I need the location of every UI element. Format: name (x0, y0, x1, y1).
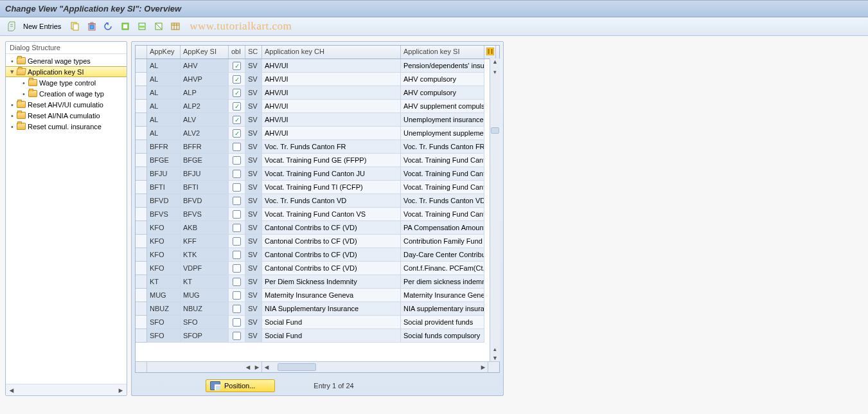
row-selector[interactable] (136, 167, 147, 181)
cell-si[interactable]: AHV compulsory (401, 73, 484, 86)
tree-item[interactable]: •Wage type control (6, 77, 127, 88)
cell-obl[interactable] (229, 221, 245, 235)
cell-si[interactable]: Vocat. Training Fund Cant (401, 208, 484, 221)
row-selector[interactable] (136, 208, 147, 221)
tree-hscroll-left-icon[interactable]: ◄ (7, 386, 16, 395)
table-settings-icon[interactable] (169, 20, 182, 33)
hscroll2-right-icon[interactable]: ► (479, 363, 488, 372)
cell-ch[interactable]: Cantonal Contribs to CF (VD) (262, 248, 401, 262)
tree-item[interactable]: •Creation of wage typ (6, 88, 127, 99)
cell-obl[interactable] (229, 235, 245, 248)
col-obl[interactable]: obl (229, 46, 245, 59)
cell-obl[interactable] (229, 289, 245, 302)
row-selector[interactable] (136, 248, 147, 262)
vscroll-step-up2-icon[interactable]: ▴ (490, 346, 500, 352)
delete-icon[interactable] (85, 20, 98, 33)
hscroll1-left-icon[interactable]: ◄ (244, 363, 252, 372)
row-selector[interactable] (136, 127, 147, 140)
cell-ch[interactable]: Vocat. Training Fund Canton VS (262, 208, 401, 221)
row-selector[interactable] (136, 262, 147, 275)
tree-item[interactable]: •General wage types (6, 55, 127, 66)
checkbox[interactable] (233, 183, 241, 192)
cell-ch[interactable]: AHV/UI (262, 127, 401, 140)
checkbox[interactable] (233, 210, 241, 219)
cell-ch[interactable]: AHV/UI (262, 100, 401, 113)
checkbox[interactable]: ✓ (233, 75, 241, 84)
tree-item[interactable]: •Reset AI/NIA cumulatio (6, 110, 127, 121)
cell-ch[interactable]: Per Diem Sickness Indemnity (262, 275, 401, 289)
row-selector[interactable] (136, 73, 147, 86)
row-selector[interactable] (136, 302, 147, 316)
cell-ch[interactable]: Social Fund (262, 316, 401, 329)
table-vscrollbar[interactable]: ▲ ▾ ▴ ▼ (490, 59, 500, 361)
cell-obl[interactable] (229, 154, 245, 167)
checkbox[interactable] (233, 156, 241, 165)
cell-si[interactable]: Voc. Tr. Funds Canton FR (401, 140, 484, 154)
tree-item[interactable]: ▾Application key SI (6, 66, 127, 77)
table-hscrollbar[interactable]: ◄ ► ◄ ► (135, 361, 500, 373)
cell-obl[interactable] (229, 316, 245, 329)
checkbox[interactable]: ✓ (233, 102, 241, 111)
row-selector[interactable] (136, 235, 147, 248)
copy-as-icon[interactable] (69, 20, 82, 33)
cell-obl[interactable] (229, 329, 245, 343)
expand-collapse-icon[interactable]: ▾ (8, 68, 16, 76)
undo-change-icon[interactable] (102, 20, 115, 33)
checkbox[interactable] (233, 251, 241, 259)
row-selector[interactable] (136, 329, 147, 343)
cell-obl[interactable]: ✓ (229, 113, 245, 127)
row-selector[interactable] (136, 59, 147, 73)
cell-obl[interactable]: ✓ (229, 86, 245, 100)
checkbox[interactable]: ✓ (233, 129, 241, 138)
row-selector[interactable] (136, 181, 147, 194)
row-selector[interactable] (136, 275, 147, 289)
tree-hscrollbar[interactable]: ◄ ► (6, 384, 127, 395)
cell-ch[interactable]: Cantonal Contribs to CF (VD) (262, 221, 401, 235)
checkbox[interactable] (233, 224, 241, 232)
cell-si[interactable]: PA Compensation Amount (401, 221, 484, 235)
new-entries-button[interactable]: New Entries (23, 22, 61, 30)
cell-ch[interactable]: Vocat. Training Fund GE (FFPP) (262, 154, 401, 167)
vscroll-track[interactable]: ▾ ▴ ▼ (490, 69, 500, 361)
cell-obl[interactable] (229, 140, 245, 154)
cell-si[interactable]: AHV compulsory (401, 86, 484, 100)
cell-si[interactable]: Day-Care Center Contribut (401, 248, 484, 262)
cell-ch[interactable]: AHV/UI (262, 73, 401, 86)
cell-obl[interactable] (229, 208, 245, 221)
checkbox[interactable] (233, 305, 241, 313)
cell-si[interactable]: Contribution Family Fund V (401, 235, 484, 248)
cell-si[interactable]: Vocat. Training Fund Cant (401, 167, 484, 181)
cell-si[interactable]: Voc. Tr. Funds Canton VD (401, 194, 484, 208)
cell-si[interactable]: Social provident funds (401, 316, 484, 329)
row-selector[interactable] (136, 154, 147, 167)
checkbox[interactable]: ✓ (233, 116, 241, 124)
cell-ch[interactable]: NIA Supplementary Insurance (262, 302, 401, 316)
cell-ch[interactable]: Voc. Tr. Funds Canton VD (262, 194, 401, 208)
checkbox[interactable] (233, 332, 241, 340)
cell-ch[interactable]: Cantonal Contribs to CF (VD) (262, 235, 401, 248)
cell-obl[interactable]: ✓ (229, 100, 245, 113)
col-appkey-si-desc[interactable]: Application key SI (401, 46, 484, 59)
cell-obl[interactable]: ✓ (229, 73, 245, 86)
cell-si[interactable]: Unemployment supplemen (401, 127, 484, 140)
position-button[interactable]: Position... (206, 379, 275, 392)
hscroll1-right-icon[interactable]: ► (252, 363, 261, 372)
cell-obl[interactable] (229, 275, 245, 289)
cell-si[interactable]: Per diem sickness indemnit (401, 275, 484, 289)
cell-ch[interactable]: Voc. Tr. Funds Canton FR (262, 140, 401, 154)
vscroll-step-up-icon[interactable]: ▾ (490, 69, 500, 75)
cell-obl[interactable] (229, 181, 245, 194)
cell-si[interactable]: Maternity Insurance Genev (401, 289, 484, 302)
tree-item[interactable]: •Reset cumul. insurance (6, 121, 127, 132)
vscroll-thumb[interactable] (491, 127, 499, 134)
configure-columns-icon[interactable] (484, 46, 496, 59)
cell-si[interactable]: AHV supplement compulso (401, 100, 484, 113)
checkbox[interactable] (233, 264, 241, 273)
cell-obl[interactable] (229, 248, 245, 262)
cell-si[interactable]: Cont.f.Financ. PCFam(Ct.V (401, 262, 484, 275)
cell-ch[interactable]: AHV/UI (262, 113, 401, 127)
row-selector[interactable] (136, 316, 147, 329)
select-all-icon[interactable] (119, 20, 132, 33)
cell-ch[interactable]: Vocat. Training Fund Canton JU (262, 167, 401, 181)
cell-ch[interactable]: AHV/UI (262, 59, 401, 73)
